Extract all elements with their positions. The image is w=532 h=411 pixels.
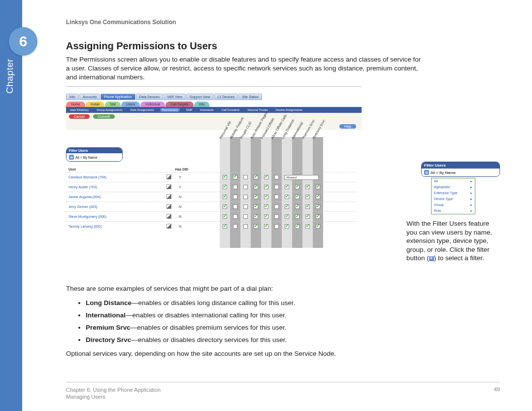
checkbox[interactable] [261, 175, 271, 180]
checkbox[interactable] [230, 214, 240, 219]
tab-site-status[interactable]: Site Status [238, 94, 262, 100]
checkbox[interactable] [271, 195, 282, 199]
checkbox[interactable] [240, 205, 251, 209]
checkbox[interactable] [292, 214, 302, 219]
subnav-inbound-trunks[interactable]: Inbound Trunks [245, 108, 269, 112]
filter-menu-item[interactable]: Role▸ [432, 208, 475, 214]
checkbox[interactable] [302, 214, 313, 219]
tab-data-devices[interactable]: Data Devices [136, 94, 164, 100]
mid-tab-home[interactable]: Home [66, 102, 85, 107]
edit-icon[interactable] [166, 194, 171, 199]
checkbox[interactable] [251, 214, 261, 219]
checkbox[interactable] [240, 185, 251, 189]
tab-accounts[interactable]: Accounts [79, 94, 100, 100]
checkbox[interactable] [261, 195, 271, 199]
checkbox[interactable] [302, 224, 313, 229]
subnav-call-forwards[interactable]: Call Forwards [219, 108, 241, 112]
filter-menu-item[interactable]: All▸ [432, 178, 475, 184]
user-link[interactable]: Jerry Denver (603) [66, 205, 164, 208]
checkbox[interactable] [220, 224, 230, 229]
user-link[interactable]: Tammy Lansing (605) [66, 225, 164, 228]
tab-support-view[interactable]: Support View [186, 94, 214, 100]
checkbox[interactable] [220, 205, 230, 209]
filter-menu-item[interactable]: Alphabetic▸ [432, 184, 475, 190]
tab-info[interactable]: Info [66, 94, 79, 100]
user-link[interactable]: Candace Bismarck (704) [66, 175, 164, 179]
checkbox[interactable] [251, 185, 261, 189]
checkbox[interactable] [261, 185, 271, 189]
subnav-assistants[interactable]: Assistants [198, 108, 215, 112]
cancel-button[interactable]: Cancel [69, 114, 90, 119]
mid-tab-install[interactable]: Install [86, 102, 104, 107]
edit-icon[interactable] [166, 204, 171, 209]
checkbox[interactable] [220, 185, 230, 189]
checkbox[interactable] [313, 205, 323, 209]
checkbox[interactable] [302, 185, 313, 189]
mid-tab-info[interactable]: Info [194, 102, 210, 107]
filter-menu-item[interactable]: Device Type▸ [432, 196, 475, 202]
checkbox[interactable] [282, 195, 292, 199]
checkbox[interactable] [220, 214, 230, 219]
checkbox[interactable] [251, 175, 261, 180]
user-link[interactable]: Jackie Augusta (604) [66, 195, 164, 199]
checkbox[interactable] [292, 185, 302, 189]
edit-icon[interactable] [166, 224, 171, 229]
checkbox[interactable] [240, 214, 251, 219]
checkbox[interactable] [313, 185, 323, 189]
edit-icon[interactable] [166, 184, 171, 189]
subnav-group-assignments[interactable]: Group Assignments [95, 108, 124, 112]
checkbox[interactable] [313, 214, 323, 219]
checkbox[interactable] [251, 205, 261, 209]
checkbox[interactable] [271, 214, 282, 219]
checkbox[interactable] [230, 185, 240, 189]
filter-menu-item[interactable]: Extension Type▸ [432, 190, 475, 196]
mid-tab-call-targets[interactable]: Call Targets [166, 102, 194, 107]
subnav-role-assignments[interactable]: Role Assignments [129, 108, 156, 112]
checkbox[interactable] [230, 195, 240, 199]
tab-var-view[interactable]: VAR View [164, 94, 186, 100]
checkbox[interactable] [271, 205, 282, 209]
callout-filter-icon[interactable]: ⊕ [424, 170, 429, 175]
checkbox[interactable] [313, 195, 323, 199]
checkbox[interactable] [240, 195, 251, 199]
subnav-device-assignments[interactable]: Device Assignments [274, 108, 304, 112]
checkbox[interactable] [271, 224, 282, 229]
edit-icon[interactable] [166, 174, 171, 179]
filter-menu-item[interactable]: Group▸ [432, 202, 475, 208]
user-link[interactable]: Henry Austin (703) [66, 185, 164, 189]
checkbox[interactable] [261, 214, 271, 219]
help-button[interactable]: Help [339, 124, 356, 129]
tab-phone-application[interactable]: Phone Application [100, 94, 135, 100]
checkbox[interactable] [240, 175, 251, 180]
checkbox[interactable] [292, 195, 302, 199]
tab-l1-devices[interactable]: L1 Devices [214, 94, 238, 100]
filter-icon[interactable]: ⊕ [69, 155, 74, 160]
checkbox[interactable] [282, 205, 292, 209]
commit-button[interactable]: Commit [93, 114, 115, 119]
checkbox[interactable] [230, 205, 240, 209]
checkbox[interactable] [282, 224, 292, 229]
allowed-dropdown[interactable]: Allowed [284, 175, 319, 180]
checkbox[interactable] [302, 205, 313, 209]
user-link[interactable]: Steve Montgomery (606) [66, 215, 164, 218]
subnav-snr[interactable]: SNR [184, 108, 194, 112]
subnav-user-directory[interactable]: User Directory [68, 108, 91, 112]
checkbox[interactable] [230, 224, 240, 229]
checkbox[interactable] [271, 175, 282, 180]
checkbox[interactable] [302, 195, 313, 199]
checkbox[interactable] [292, 205, 302, 209]
checkbox[interactable] [230, 175, 240, 180]
checkbox[interactable] [282, 185, 292, 189]
checkbox[interactable] [261, 224, 271, 229]
checkbox[interactable] [220, 195, 230, 199]
checkbox[interactable] [251, 224, 261, 229]
checkbox[interactable] [261, 205, 271, 209]
checkbox[interactable] [313, 224, 323, 229]
checkbox[interactable] [251, 195, 261, 199]
subnav-permissions[interactable]: Permissions [160, 108, 180, 112]
mid-tab-site[interactable]: Site [105, 102, 121, 107]
mid-tab-users[interactable]: Users [121, 102, 140, 107]
edit-icon[interactable] [166, 214, 171, 219]
checkbox[interactable] [282, 214, 292, 219]
checkbox[interactable] [240, 224, 251, 229]
